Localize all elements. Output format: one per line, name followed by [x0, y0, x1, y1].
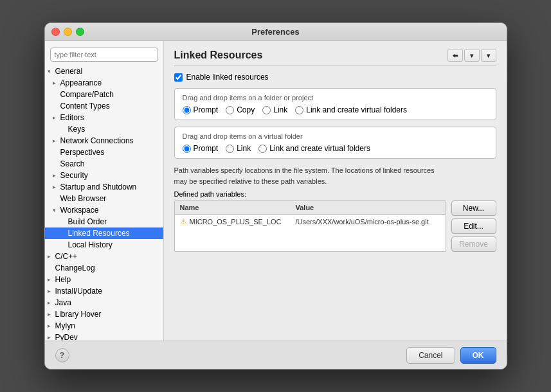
sidebar: ▾General▸AppearanceCompare/PatchContent …: [45, 41, 164, 341]
cancel-button[interactable]: Cancel: [406, 347, 455, 364]
folder-section-label: Drag and drop items on a folder or proje…: [183, 94, 488, 102]
maximize-button[interactable]: [76, 28, 84, 36]
virtual-link-radio[interactable]: [226, 145, 234, 153]
sidebar-item-build-order[interactable]: Build Order: [45, 216, 163, 227]
folder-link-virtual-label[interactable]: Link and create virtual folders: [306, 105, 407, 114]
virtual-link-virtual-radio[interactable]: [258, 145, 267, 153]
table-row[interactable]: ⚠MICRO_OS_PLUS_SE_LOC/Users/XXX/work/uOS…: [175, 215, 446, 229]
sidebar-item-label-linked-resources: Linked Resources: [68, 229, 130, 238]
col-name-header: Name: [177, 202, 293, 213]
tree-container: ▾General▸AppearanceCompare/PatchContent …: [45, 66, 163, 341]
sidebar-item-general[interactable]: ▾General: [45, 66, 163, 77]
folder-link-virtual-option: Link and create virtual folders: [295, 105, 407, 114]
enable-linked-label[interactable]: Enable linked resources: [186, 73, 269, 82]
sidebar-item-label-appearance: Appearance: [60, 78, 102, 87]
sidebar-item-label-web-browser: Web Browser: [60, 194, 107, 203]
expand-arrow-pydev: ▸: [48, 334, 54, 341]
expand-arrow-library-hover: ▸: [48, 311, 54, 317]
sidebar-item-label-cpp: C/C++: [55, 252, 78, 261]
titlebar: Preferences: [45, 23, 507, 41]
sidebar-item-label-perspectives: Perspectives: [60, 148, 105, 157]
footer-buttons: Cancel OK: [406, 347, 496, 364]
sidebar-item-cpp[interactable]: ▸C/C++: [45, 251, 163, 262]
expand-arrow-java: ▸: [48, 299, 54, 306]
folder-prompt-label[interactable]: Prompt: [194, 105, 219, 114]
folder-copy-label[interactable]: Copy: [237, 105, 255, 114]
sidebar-item-label-local-history: Local History: [68, 240, 113, 249]
ok-button[interactable]: OK: [460, 347, 496, 364]
folder-link-virtual-radio[interactable]: [295, 106, 303, 114]
sidebar-item-linked-resources[interactable]: Linked Resources: [45, 227, 163, 239]
expand-arrow-network-connections: ▸: [53, 138, 59, 144]
path-section: Path variables specify locations in the …: [174, 165, 496, 252]
virtual-prompt-radio[interactable]: [183, 145, 191, 153]
folder-prompt-radio[interactable]: [183, 106, 191, 114]
preferences-dialog: Preferences ▾General▸AppearanceCompare/P…: [44, 22, 507, 370]
sidebar-item-java[interactable]: ▸Java: [45, 297, 163, 308]
sidebar-item-library-hover[interactable]: ▸Library Hover: [45, 308, 163, 320]
sidebar-item-label-search: Search: [60, 159, 85, 168]
sidebar-item-perspectives[interactable]: Perspectives: [45, 147, 163, 158]
sidebar-item-changelog[interactable]: ChangeLog: [45, 262, 163, 274]
sidebar-item-label-install-update: Install/Update: [55, 287, 102, 296]
sidebar-item-keys[interactable]: Keys: [45, 123, 163, 135]
minimize-button[interactable]: [64, 28, 72, 36]
virtual-section: Drag and drop items on a virtual folder …: [174, 127, 496, 159]
sidebar-item-label-build-order: Build Order: [68, 217, 107, 226]
sidebar-item-mylyn[interactable]: ▸Mylyn: [45, 320, 163, 332]
path-table: Name Value ⚠MICRO_OS_PLUS_SE_LOC/Users/X…: [174, 200, 446, 252]
menu-icon-btn[interactable]: ▾: [481, 49, 496, 62]
expand-arrow-security: ▸: [53, 172, 59, 179]
help-button[interactable]: ?: [55, 348, 69, 362]
sidebar-item-install-update[interactable]: ▸Install/Update: [45, 285, 163, 297]
path-table-wrap: Name Value ⚠MICRO_OS_PLUS_SE_LOC/Users/X…: [174, 200, 496, 252]
remove-button[interactable]: Remove: [451, 236, 496, 252]
sidebar-item-label-startup-shutdown: Startup and Shutdown: [60, 183, 137, 192]
expand-arrow-workspace: ▾: [53, 207, 59, 213]
sidebar-item-compare-patch[interactable]: Compare/Patch: [45, 89, 163, 100]
expand-arrow-install-update: ▸: [48, 288, 54, 294]
sidebar-item-help[interactable]: ▸Help: [45, 274, 163, 285]
folder-section: Drag and drop items on a folder or proje…: [174, 88, 496, 120]
titlebar-buttons: [51, 28, 84, 36]
path-table-header: Name Value: [175, 201, 446, 215]
virtual-prompt-label[interactable]: Prompt: [194, 144, 219, 153]
path-description: Path variables specify locations in the …: [174, 165, 496, 186]
sidebar-item-editors[interactable]: ▸Editors: [45, 112, 163, 123]
virtual-prompt-option: Prompt: [183, 144, 219, 153]
sidebar-item-security[interactable]: ▸Security: [45, 170, 163, 181]
sidebar-item-local-history[interactable]: Local History: [45, 239, 163, 251]
folder-link-label[interactable]: Link: [273, 105, 287, 114]
virtual-link-virtual-option: Link and create virtual folders: [258, 144, 370, 153]
sidebar-item-label-network-connections: Network Connections: [60, 136, 134, 145]
sidebar-item-label-pydev: PyDev: [55, 333, 78, 341]
new-button[interactable]: New...: [451, 200, 496, 216]
folder-copy-radio[interactable]: [226, 106, 234, 114]
virtual-link-virtual-label[interactable]: Link and create virtual folders: [269, 144, 370, 153]
enable-linked-checkbox[interactable]: [174, 73, 183, 82]
folder-copy-option: Copy: [226, 105, 255, 114]
sidebar-item-network-connections[interactable]: ▸Network Connections: [45, 135, 163, 147]
expand-arrow-startup-shutdown: ▸: [53, 184, 59, 190]
sidebar-item-appearance[interactable]: ▸Appearance: [45, 77, 163, 89]
sidebar-item-label-help: Help: [55, 275, 71, 284]
sidebar-item-pydev[interactable]: ▸PyDev: [45, 332, 163, 341]
sidebar-item-label-workspace: Workspace: [60, 206, 99, 215]
filter-input[interactable]: [50, 48, 158, 62]
close-button[interactable]: [51, 28, 60, 36]
virtual-radio-row: Prompt Link Link and create virtual fold…: [183, 144, 488, 153]
warning-icon: ⚠: [180, 217, 187, 226]
sidebar-item-search[interactable]: Search: [45, 158, 163, 170]
sidebar-item-web-browser[interactable]: Web Browser: [45, 193, 163, 204]
virtual-link-label[interactable]: Link: [237, 144, 251, 153]
panel-title: Linked Resources: [174, 49, 263, 61]
back-icon-btn[interactable]: ⬅: [447, 49, 463, 62]
sidebar-item-content-types[interactable]: Content Types: [45, 100, 163, 112]
edit-button[interactable]: Edit...: [451, 218, 496, 234]
dropdown-icon-btn[interactable]: ▾: [464, 49, 480, 62]
sidebar-item-startup-shutdown[interactable]: ▸Startup and Shutdown: [45, 181, 163, 193]
sidebar-item-workspace[interactable]: ▾Workspace: [45, 204, 163, 216]
table-buttons: New... Edit... Remove: [451, 200, 496, 252]
folder-link-radio[interactable]: [262, 106, 271, 114]
sidebar-item-label-java: Java: [55, 298, 71, 307]
